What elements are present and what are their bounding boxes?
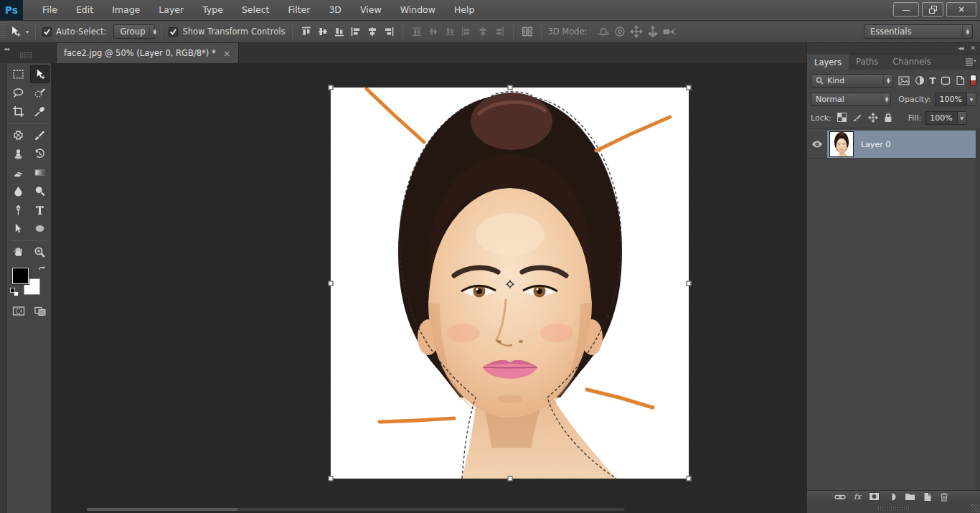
image-canvas[interactable] — [331, 88, 689, 479]
filter-kind-dropdown[interactable]: Kind ▲▼ — [811, 74, 893, 88]
filter-type-layers-icon[interactable]: T — [930, 76, 936, 85]
layer-visibility-toggle[interactable] — [807, 131, 827, 158]
document-pasteboard[interactable] — [52, 63, 806, 513]
path-selection-tool[interactable] — [9, 220, 28, 237]
filtering-toggle-switch[interactable] — [970, 75, 976, 86]
eyedropper-tool[interactable] — [30, 103, 50, 121]
align-bottom-edges-icon[interactable] — [332, 24, 347, 39]
blend-mode-dropdown[interactable]: Normal ▲▼ — [811, 93, 891, 106]
chevron-down-icon[interactable]: ▼ — [966, 93, 976, 105]
menu-filter[interactable]: Filter — [278, 4, 319, 15]
distribute-right-edges-icon[interactable] — [492, 24, 507, 39]
tab-paths[interactable]: Paths — [849, 55, 885, 70]
3d-slide-icon[interactable] — [646, 24, 660, 39]
auto-align-layers-icon[interactable] — [520, 24, 534, 39]
show-transform-checkbox[interactable] — [169, 27, 178, 37]
quick-selection-tool[interactable] — [30, 84, 50, 102]
crop-tool[interactable] — [9, 103, 28, 121]
foreground-color-swatch[interactable] — [12, 268, 29, 284]
auto-select-target-dropdown[interactable]: Group ▲▼ — [113, 24, 155, 39]
add-layer-mask-icon[interactable] — [869, 492, 880, 501]
rectangular-marquee-tool[interactable] — [9, 65, 28, 83]
tab-layers[interactable]: Layers — [807, 55, 849, 70]
blur-tool[interactable] — [9, 182, 28, 200]
filter-smart-objects-icon[interactable] — [956, 75, 965, 85]
layer-row[interactable]: Layer 0 — [807, 130, 976, 159]
new-layer-icon[interactable] — [923, 492, 932, 502]
panel-close-icon[interactable]: ✕ — [970, 44, 976, 52]
align-horizontal-centers-icon[interactable] — [365, 24, 380, 39]
gradient-tool[interactable] — [30, 164, 50, 182]
align-top-edges-icon[interactable] — [299, 24, 314, 39]
panel-resize-grip[interactable] — [971, 504, 979, 512]
transform-handle-top-center[interactable] — [507, 85, 512, 90]
show-transform-option[interactable]: Show Transform Controls — [169, 27, 285, 37]
transform-handle-bottom-right[interactable] — [687, 476, 692, 481]
transform-handle-bottom-center[interactable] — [507, 476, 512, 481]
3d-orbit-icon[interactable] — [596, 24, 611, 39]
filter-adjustment-layers-icon[interactable] — [915, 75, 925, 85]
panel-scroll-gutter[interactable] — [976, 128, 980, 490]
link-layers-icon[interactable] — [834, 492, 846, 502]
distribute-bottom-edges-icon[interactable] — [443, 24, 457, 39]
transform-handle-middle-left[interactable] — [329, 281, 334, 286]
active-tool-preset[interactable]: ▾ — [9, 25, 29, 38]
menu-layer[interactable]: Layer — [149, 4, 193, 15]
layers-list[interactable]: Layer 0 — [807, 128, 980, 490]
transform-handle-bottom-left[interactable] — [329, 476, 334, 481]
menu-type[interactable]: Type — [193, 4, 232, 15]
auto-select-option[interactable]: Auto-Select: Group ▲▼ — [42, 24, 155, 39]
transform-handle-middle-right[interactable] — [687, 281, 692, 286]
eraser-tool[interactable] — [9, 164, 28, 182]
restore-button[interactable] — [922, 2, 943, 17]
clone-stamp-tool[interactable] — [9, 145, 28, 163]
ellipse-tool[interactable] — [30, 220, 50, 237]
align-vertical-centers-icon[interactable] — [316, 24, 330, 39]
workspace-switcher-dropdown[interactable]: Essentials ▲▼ — [864, 24, 973, 39]
zoom-tool[interactable] — [30, 243, 50, 261]
menu-select[interactable]: Select — [232, 4, 279, 15]
lock-image-pixels-icon[interactable] — [852, 113, 862, 123]
opacity-value[interactable]: 100% ▼ — [935, 93, 976, 106]
layer-thumbnail[interactable] — [829, 131, 854, 157]
filter-shape-layers-icon[interactable] — [941, 76, 951, 85]
history-brush-tool[interactable] — [30, 145, 50, 163]
menu-help[interactable]: Help — [445, 4, 484, 15]
menu-image[interactable]: Image — [103, 4, 149, 15]
default-colors-icon[interactable] — [10, 288, 19, 296]
3d-camera-icon[interactable] — [662, 24, 677, 39]
brush-tool[interactable] — [30, 126, 50, 144]
3d-roll-icon[interactable] — [613, 24, 627, 39]
align-left-edges-icon[interactable] — [349, 24, 363, 39]
lasso-tool[interactable] — [9, 84, 28, 102]
panel-menu-icon[interactable] — [965, 57, 976, 66]
tool-dock-grip[interactable] — [20, 52, 32, 59]
type-tool[interactable] — [30, 201, 50, 219]
transform-reference-point[interactable] — [505, 279, 516, 290]
layer-entry[interactable]: Layer 0 — [827, 131, 976, 158]
horizontal-scrollbar[interactable] — [87, 508, 625, 511]
3d-pan-icon[interactable] — [629, 24, 644, 39]
screen-mode-button[interactable] — [30, 302, 50, 320]
delete-layer-icon[interactable] — [940, 492, 948, 502]
move-tool[interactable] — [30, 65, 50, 83]
transform-handle-top-left[interactable] — [329, 85, 334, 90]
close-button[interactable]: ✕ — [946, 2, 976, 17]
horizontal-scrollbar-thumb[interactable] — [87, 508, 237, 511]
menu-window[interactable]: Window — [391, 4, 445, 15]
distribute-vertical-centers-icon[interactable] — [426, 24, 440, 39]
options-bar-grip[interactable] — [0, 22, 6, 42]
pen-tool[interactable] — [9, 201, 28, 219]
menu-file[interactable]: File — [33, 4, 67, 15]
layer-style-icon[interactable]: fx — [854, 492, 861, 502]
collapse-panels-icon[interactable]: ◂◂ — [4, 45, 9, 52]
collapse-to-icons-icon[interactable]: ◂◂ — [958, 44, 963, 52]
transform-handle-top-right[interactable] — [687, 85, 692, 90]
tab-close-icon[interactable]: × — [223, 49, 231, 58]
hand-tool[interactable] — [9, 243, 28, 261]
chevron-down-icon[interactable]: ▼ — [957, 112, 966, 124]
menu-view[interactable]: View — [351, 4, 391, 15]
panel-drag-grip[interactable] — [878, 506, 910, 510]
menu-3d[interactable]: 3D — [319, 4, 351, 15]
auto-select-checkbox[interactable] — [42, 27, 52, 37]
